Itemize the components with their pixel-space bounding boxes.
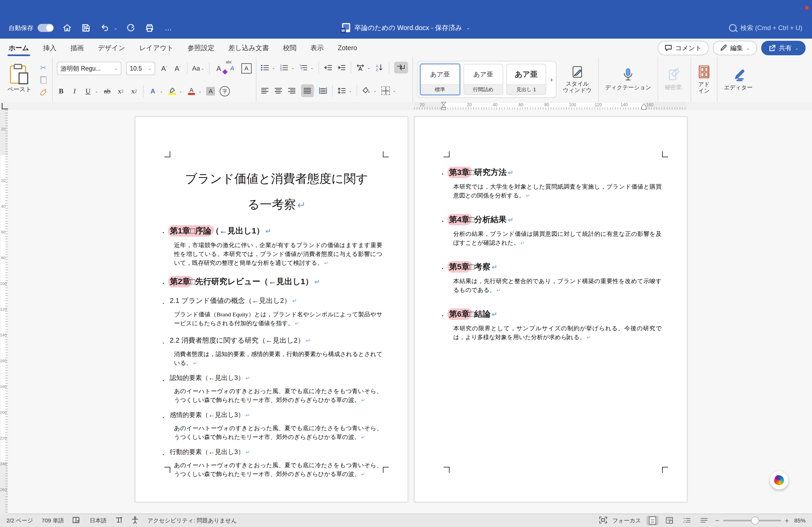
tab-references[interactable]: 参照設定 — [187, 44, 214, 52]
svg-text:i: i — [302, 69, 302, 71]
addins-button[interactable]: アドイン — [695, 65, 713, 94]
word-doc-icon: W — [342, 23, 350, 32]
increase-indent-icon[interactable] — [337, 63, 346, 73]
tab-insert[interactable]: 挿入 — [43, 44, 56, 52]
text-effects-button[interactable]: A — [148, 86, 157, 96]
phonetic-guide-icon[interactable]: abcA — [228, 64, 236, 73]
accessibility-status[interactable]: アクセシビリティ: 問題ありません — [147, 517, 237, 524]
text-check-icon[interactable] — [115, 516, 123, 525]
style-window-button[interactable]: スタイルウィンドウ — [561, 65, 594, 93]
align-right-icon[interactable] — [288, 86, 296, 95]
style-heading1[interactable]: あア亜 見出し 1 — [506, 64, 546, 95]
asian-layout-icon[interactable] — [356, 63, 365, 73]
tab-draw[interactable]: 描画 — [70, 44, 84, 52]
shrink-font-icon[interactable]: Aˇ — [173, 64, 182, 73]
page-1[interactable]: ブランド価値と消費者態度に関す る一考察↵ ▪第1章□序論（←見出し1）↵ 近年… — [135, 117, 408, 502]
format-painter-icon[interactable] — [39, 88, 48, 97]
highlight-color-button[interactable] — [168, 86, 176, 96]
line-spacing-icon[interactable] — [337, 86, 346, 95]
underline-button[interactable]: U — [84, 86, 92, 96]
tab-mailings[interactable]: 差し込み文書 — [228, 44, 269, 52]
copy-icon[interactable] — [39, 75, 48, 85]
distribute-text-icon[interactable] — [319, 86, 327, 95]
italic-button[interactable]: I — [70, 86, 79, 96]
change-case-icon[interactable]: Aa⌄ — [192, 64, 204, 73]
indent-marker-left[interactable] — [441, 102, 446, 110]
heading1-ch3: ▪第3章□研究方法↵ — [449, 166, 663, 179]
proofing-icon[interactable] — [73, 516, 81, 525]
borders-icon[interactable] — [381, 86, 390, 95]
justify-icon[interactable] — [301, 84, 314, 97]
bold-button[interactable]: B — [57, 86, 66, 96]
editor-group: エディター — [717, 57, 759, 102]
numbered-list-icon[interactable]: 123 — [280, 63, 288, 73]
align-left-icon[interactable] — [261, 86, 269, 95]
page-count[interactable]: 2/2 ページ — [6, 517, 33, 524]
tab-selector-icon[interactable] — [2, 103, 8, 109]
subscript-button[interactable]: x2 — [116, 86, 125, 96]
focus-icon[interactable] — [599, 516, 607, 525]
focus-label[interactable]: フォーカス — [612, 517, 641, 524]
body-paragraph: あのイーハトーヴォのすきとおった風、夏でも底に冷たさをもつ青いそら、うつくしい森… — [174, 461, 382, 479]
shading-icon[interactable] — [362, 86, 371, 95]
zoom-slider[interactable] — [723, 520, 781, 521]
tab-layout[interactable]: レイアウト — [139, 44, 174, 52]
style-no-spacing[interactable]: あア亜 行間詰め — [463, 64, 503, 95]
zoom-slider-knob[interactable] — [751, 516, 759, 525]
tab-home[interactable]: ホーム — [9, 44, 29, 52]
search-box[interactable]: 検索 (Cmd + Ctrl + U) — [729, 24, 802, 32]
paragraph-mark: ↵ — [265, 227, 271, 235]
tab-review[interactable]: 校閲 — [283, 44, 296, 52]
draft-view-button[interactable] — [698, 516, 710, 525]
editor-button[interactable]: エディター — [722, 68, 755, 91]
decrease-indent-icon[interactable] — [324, 63, 332, 73]
pencil-icon — [720, 45, 727, 51]
outline-view-button[interactable] — [681, 516, 693, 525]
multilevel-list-icon[interactable]: 1ai — [299, 63, 308, 73]
dictation-button[interactable]: ディクテーション — [603, 68, 653, 91]
align-center-icon[interactable] — [274, 86, 283, 95]
share-button[interactable]: 共有 ⌄ — [761, 41, 806, 55]
web-layout-view-button[interactable] — [664, 516, 676, 525]
strikethrough-button[interactable]: ab — [103, 86, 112, 96]
editing-mode-button[interactable]: 編集 ⌄ — [713, 41, 757, 55]
horizontal-ruler[interactable]: 20 20 40 60 80 100 120 140 160 — [0, 102, 812, 110]
bullet-list-icon[interactable] — [261, 63, 269, 73]
zoom-in-icon[interactable]: + — [785, 516, 789, 525]
paragraph-mark: ↵ — [492, 263, 497, 271]
enclose-characters-button[interactable]: 字 — [220, 86, 230, 96]
copilot-button[interactable] — [770, 471, 788, 490]
vertical-ruler[interactable]: 20 20 40 60 80 100 120 140 160 180 200 2… — [0, 110, 8, 514]
print-layout-view-button[interactable] — [647, 516, 658, 525]
tab-design[interactable]: デザイン — [98, 44, 125, 52]
grow-font-icon[interactable]: Aˆ — [160, 64, 169, 73]
character-border-icon[interactable]: A — [242, 64, 251, 73]
tab-view[interactable]: 表示 — [310, 44, 324, 52]
character-shading-button[interactable]: A — [206, 86, 215, 96]
comments-button[interactable]: コメント — [657, 41, 709, 55]
sort-icon[interactable]: AZ — [375, 63, 384, 73]
superscript-button[interactable]: x2 — [130, 86, 138, 96]
show-paragraph-marks-button[interactable] — [394, 62, 408, 74]
paste-button[interactable]: ⌄ ペースト — [4, 64, 35, 94]
document-canvas[interactable]: ブランド価値と消費者態度に関す る一考察↵ ▪第1章□序論（←見出し1）↵ 近年… — [0, 110, 812, 514]
page-2[interactable]: ▪第3章□研究方法↵ 本研究では，大学生を対象とした質問紙調査を実施し，ブランド… — [414, 117, 687, 502]
styles-more-icon[interactable]: › — [549, 75, 554, 84]
heading1-ch6: ▪第6章□結論↵ — [449, 307, 663, 321]
tab-zotero[interactable]: Zotero — [338, 44, 357, 52]
style-normal[interactable]: あア亜 標準 — [420, 64, 460, 95]
font-color-button[interactable]: A — [187, 86, 196, 96]
clear-formatting-icon[interactable]: A — [215, 64, 223, 73]
zoom-percent[interactable]: 85% — [794, 517, 806, 524]
zoom-out-icon[interactable]: − — [715, 516, 719, 525]
indent-marker-right[interactable] — [641, 104, 647, 110]
cut-icon[interactable]: ✂ — [39, 63, 48, 73]
document-title-area[interactable]: W 卒論のための Word.docx - 保存済み ⌄ — [0, 23, 812, 32]
font-size-select[interactable]: 10.5⌄ — [126, 62, 155, 75]
language-indicator[interactable]: 日本語 — [90, 517, 106, 524]
paragraph-mark: ↵ — [492, 310, 497, 318]
word-count[interactable]: 709 単語 — [42, 517, 64, 524]
accessibility-icon[interactable] — [131, 516, 139, 525]
title-chevron-icon[interactable]: ⌄ — [466, 25, 470, 30]
font-name-select[interactable]: 游明朝 Regu...⌄ — [57, 62, 121, 75]
